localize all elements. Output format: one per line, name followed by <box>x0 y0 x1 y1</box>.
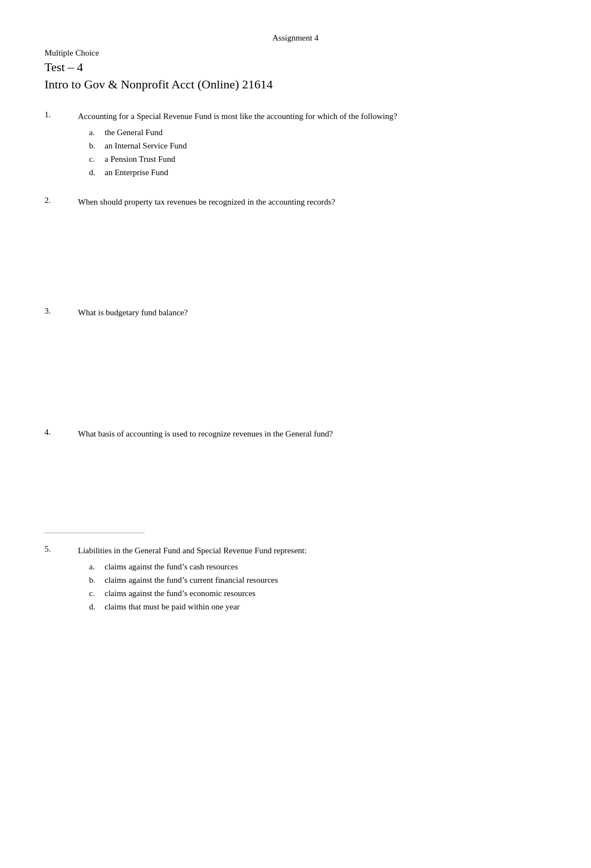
header-line1: Multiple Choice <box>45 47 546 59</box>
option-letter: d. <box>89 166 105 179</box>
question-3-text: What is budgetary fund balance? <box>78 306 546 319</box>
assignment-title: Assignment 4 <box>273 33 319 42</box>
list-item: d. an Enterprise Fund <box>89 166 546 179</box>
option-letter: c. <box>89 152 105 166</box>
question-2: 2. When should property tax revenues be … <box>45 196 546 290</box>
question-4: 4. What basis of accounting is used to r… <box>45 428 546 516</box>
question-1-text: Accounting for a Special Revenue Fund is… <box>78 110 546 123</box>
question-5-content: Liabilities in the General Fund and Spec… <box>78 544 546 614</box>
question-4-number: 4. <box>45 428 78 437</box>
list-item: c. claims against the fund’s economic re… <box>89 587 546 600</box>
question-5: 5. Liabilities in the General Fund and S… <box>45 544 546 614</box>
question-3-number: 3. <box>45 306 78 316</box>
question-3: 3. What is budgetary fund balance? <box>45 306 546 411</box>
questions-container: 1. Accounting for a Special Revenue Fund… <box>45 110 546 614</box>
question-5-text: Liabilities in the General Fund and Spec… <box>78 544 546 557</box>
option-text: an Enterprise Fund <box>105 166 168 179</box>
option-text: the General Fund <box>105 126 162 139</box>
question-1-number: 1. <box>45 110 78 120</box>
question-2-number: 2. <box>45 196 78 205</box>
question-1-options: a. the General Fund b. an Internal Servi… <box>78 126 546 179</box>
list-item: c. a Pension Trust Fund <box>89 152 546 166</box>
question-5-options: a. claims against the fund’s cash resour… <box>78 560 546 613</box>
question-3-content: What is budgetary fund balance? <box>78 306 546 411</box>
question-5-number: 5. <box>45 544 78 554</box>
list-item: b. an Internal Service Fund <box>89 139 546 152</box>
option-text: a Pension Trust Fund <box>105 152 175 166</box>
header-line3: Intro to Gov & Nonprofit Acct (Online) 2… <box>45 76 546 93</box>
question-2-text: When should property tax revenues be rec… <box>78 196 546 209</box>
option-text: claims against the fund’s economic resou… <box>105 587 255 600</box>
option-text: claims that must be paid within one year <box>105 600 240 613</box>
divider-line <box>45 533 145 533</box>
option-letter: b. <box>89 139 105 152</box>
header-block: Multiple Choice Test – 4 Intro to Gov & … <box>45 47 546 93</box>
option-letter: a. <box>89 560 105 573</box>
page-header: Assignment 4 <box>45 33 546 43</box>
question-4-answer-space <box>78 444 546 516</box>
header-line2: Test – 4 <box>45 59 546 76</box>
option-text: an Internal Service Fund <box>105 139 187 152</box>
question-3-answer-space <box>78 322 546 411</box>
list-item: b. claims against the fund’s current fin… <box>89 573 546 587</box>
question-4-text: What basis of accounting is used to reco… <box>78 428 546 440</box>
option-letter: a. <box>89 126 105 139</box>
list-item: d. claims that must be paid within one y… <box>89 600 546 613</box>
option-letter: b. <box>89 573 105 587</box>
question-2-answer-space <box>78 212 546 290</box>
question-1-content: Accounting for a Special Revenue Fund is… <box>78 110 546 180</box>
option-text: claims against the fund’s cash resources <box>105 560 238 573</box>
list-item: a. the General Fund <box>89 126 546 139</box>
question-1: 1. Accounting for a Special Revenue Fund… <box>45 110 546 180</box>
option-text: claims against the fund’s current financ… <box>105 573 278 587</box>
list-item: a. claims against the fund’s cash resour… <box>89 560 546 573</box>
option-letter: c. <box>89 587 105 600</box>
option-letter: d. <box>89 600 105 613</box>
question-2-content: When should property tax revenues be rec… <box>78 196 546 290</box>
question-4-content: What basis of accounting is used to reco… <box>78 428 546 516</box>
